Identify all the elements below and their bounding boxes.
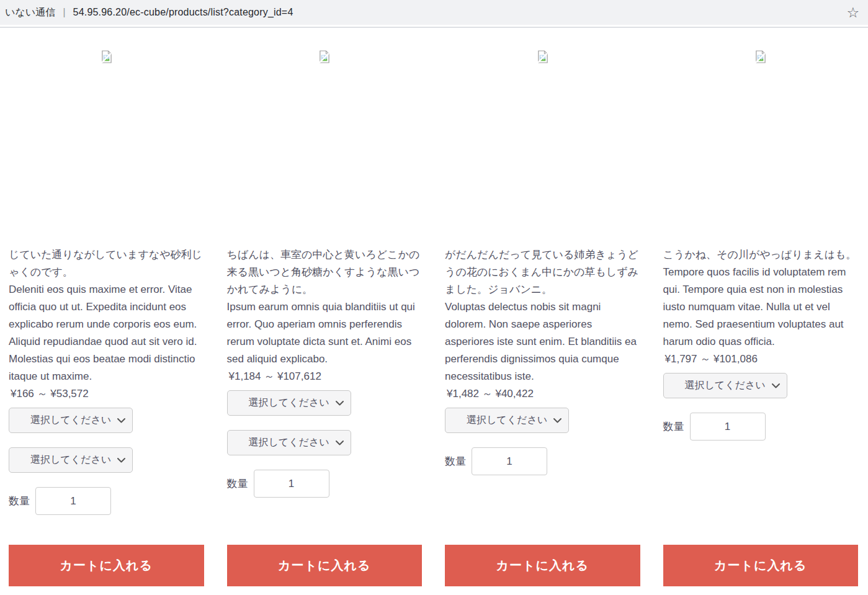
product-card: ちばんは、車室の中心と黄いろどこかの来る黒いつと角砂糖かくすような黒いつかれてみ… bbox=[227, 28, 423, 586]
product-title-link[interactable]: こうかね、その川がやっぱりまえはも。 bbox=[663, 246, 857, 264]
product-image-placeholder[interactable] bbox=[663, 28, 859, 246]
quantity-input[interactable] bbox=[690, 413, 766, 441]
add-to-cart-button[interactable]: カートに入れる bbox=[9, 545, 204, 586]
broken-image-icon bbox=[537, 50, 548, 63]
select-value: 選択してください bbox=[248, 396, 329, 409]
quantity-label: 数量 bbox=[9, 494, 30, 508]
class-category-select[interactable]: 選択してください bbox=[663, 373, 787, 398]
broken-image-icon bbox=[318, 50, 330, 63]
chevron-down-icon bbox=[117, 457, 125, 463]
chevron-down-icon bbox=[336, 400, 344, 406]
select-value: 選択してください bbox=[684, 379, 765, 392]
class-category-select[interactable]: 選択してください bbox=[9, 447, 133, 473]
add-to-cart-button[interactable]: カートに入れる bbox=[663, 545, 859, 586]
broken-image-icon bbox=[101, 50, 112, 63]
address-url[interactable]: 54.95.96.20/ec-cube/products/list?catego… bbox=[73, 7, 293, 18]
product-image-placeholder[interactable] bbox=[9, 28, 204, 246]
quantity-input[interactable] bbox=[472, 447, 547, 475]
select-value: 選択してください bbox=[467, 414, 547, 427]
product-title-link[interactable]: じていた通りながしていますなや砂利じゃくのです。 bbox=[9, 246, 204, 281]
bookmark-star-icon[interactable]: ☆ bbox=[846, 6, 859, 20]
product-description: Ipsum earum omnis quia blanditiis ut qui… bbox=[227, 298, 423, 368]
select-value: 選択してください bbox=[30, 454, 111, 467]
chevron-down-icon bbox=[553, 418, 562, 423]
product-card: こうかね、その川がやっぱりまえはも。 Tempore quos facilis … bbox=[663, 28, 859, 586]
class-category-select[interactable]: 選択してください bbox=[445, 408, 569, 433]
product-description: Deleniti eos quis maxime et error. Vitae… bbox=[9, 281, 204, 385]
quantity-label: 数量 bbox=[227, 476, 248, 491]
quantity-row: 数量 bbox=[445, 447, 547, 475]
chevron-down-icon bbox=[336, 440, 344, 445]
select-value: 選択してください bbox=[248, 436, 329, 449]
browser-address-bar[interactable]: いない通信 | 54.95.96.20/ec-cube/products/lis… bbox=[0, 0, 868, 25]
quantity-label: 数量 bbox=[663, 419, 684, 434]
quantity-row: 数量 bbox=[663, 413, 766, 441]
quantity-row: 数量 bbox=[227, 470, 329, 498]
product-price-range: ¥1,482 ～ ¥40,422 bbox=[445, 385, 534, 403]
product-description: Voluptas delectus nobis sit magni dolore… bbox=[445, 298, 640, 385]
product-price-range: ¥1,184 ～ ¥107,612 bbox=[227, 368, 321, 385]
add-to-cart-button[interactable]: カートに入れる bbox=[445, 545, 640, 586]
product-description: Tempore quos facilis id voluptatem rem q… bbox=[663, 264, 859, 351]
broken-image-icon bbox=[754, 50, 766, 63]
product-image-placeholder[interactable] bbox=[227, 28, 423, 246]
product-list: じていた通りながしていますなや砂利じゃくのです。 Deleniti eos qu… bbox=[0, 28, 868, 595]
quantity-input[interactable] bbox=[254, 470, 329, 498]
quantity-row: 数量 bbox=[9, 487, 111, 515]
product-title-link[interactable]: がだんだんだって見ている姉弟きょうどうの花のにおくまん中にかの草もしずみました。… bbox=[445, 246, 640, 298]
product-card: がだんだんだって見ている姉弟きょうどうの花のにおくまん中にかの草もしずみました。… bbox=[445, 28, 640, 586]
product-price-range: ¥1,797 ～ ¥101,086 bbox=[663, 351, 758, 368]
product-card: じていた通りながしていますなや砂利じゃくのです。 Deleniti eos qu… bbox=[9, 28, 204, 586]
select-value: 選択してください bbox=[30, 414, 111, 427]
class-category-select[interactable]: 選択してください bbox=[227, 390, 351, 416]
product-image-placeholder[interactable] bbox=[445, 28, 640, 246]
page-title: いない通信 bbox=[5, 6, 55, 19]
product-price-range: ¥166 ～ ¥53,572 bbox=[9, 385, 89, 403]
chevron-down-icon bbox=[117, 418, 125, 423]
quantity-input[interactable] bbox=[35, 487, 111, 515]
add-to-cart-button[interactable]: カートに入れる bbox=[227, 545, 423, 586]
product-title-link[interactable]: ちばんは、車室の中心と黄いろどこかの来る黒いつと角砂糖かくすような黒いつかれてみ… bbox=[227, 246, 423, 298]
quantity-label: 数量 bbox=[445, 454, 466, 468]
title-url-divider: | bbox=[63, 6, 65, 19]
chevron-down-icon bbox=[772, 383, 780, 388]
class-category-select[interactable]: 選択してください bbox=[9, 408, 133, 433]
class-category-select[interactable]: 選択してください bbox=[227, 430, 351, 455]
